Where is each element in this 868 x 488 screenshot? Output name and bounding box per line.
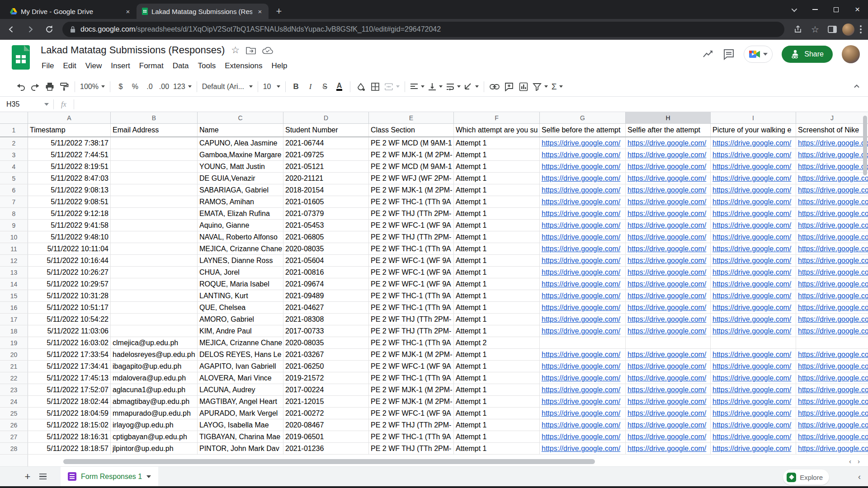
- cell-H13[interactable]: https://drive.google.com/: [626, 267, 711, 278]
- cell-D11[interactable]: 2020-08035: [283, 243, 369, 254]
- drive-link[interactable]: https://drive.google.com/: [712, 151, 791, 159]
- cell-C8[interactable]: EMATA, Elizah Rufina: [198, 208, 283, 219]
- insert-link-icon[interactable]: [487, 80, 502, 94]
- cell-I24[interactable]: https://drive.google.com/: [711, 396, 796, 407]
- cell-G10[interactable]: https://drive.google.com/: [540, 231, 626, 243]
- drive-link[interactable]: https://drive.google.com/: [712, 139, 791, 147]
- cell-E2[interactable]: PE 2 WF MCD (M 9AM-1: [369, 137, 454, 149]
- cell-C15[interactable]: LANTING, Kurt: [198, 290, 283, 301]
- cell-J6[interactable]: https://drive.google.com/: [796, 184, 868, 196]
- browser-tab-my-drive[interactable]: My Drive - Google Drive ×: [5, 4, 137, 19]
- url-bar[interactable]: docs.google.com/spreadsheets/d/1XqOipV2S…: [62, 22, 784, 37]
- cell-C14[interactable]: ROQUE, Maria Isabel: [198, 278, 283, 290]
- cell-F28[interactable]: Attempt 1: [454, 443, 540, 454]
- header-cell-D1[interactable]: Student Number: [283, 124, 369, 136]
- drive-link[interactable]: https://drive.google.com/: [798, 327, 868, 335]
- cell-A6[interactable]: 5/11/2022 9:08:13: [28, 184, 111, 196]
- cell-I26[interactable]: https://drive.google.com/: [711, 419, 796, 431]
- cell-J15[interactable]: https://drive.google.com/: [796, 290, 868, 301]
- drive-link[interactable]: https://drive.google.com/: [627, 174, 706, 183]
- drive-link[interactable]: https://drive.google.com/: [712, 433, 791, 441]
- cell-H4[interactable]: https://drive.google.com/: [626, 161, 711, 172]
- drive-link[interactable]: https://drive.google.com/: [798, 433, 868, 441]
- zoom-select[interactable]: 100%: [78, 80, 107, 94]
- cell-D20[interactable]: 2021-03267: [283, 349, 369, 360]
- drive-link[interactable]: https://drive.google.com/: [627, 327, 706, 335]
- cell-B9[interactable]: [111, 220, 198, 231]
- cell-E23[interactable]: PE 2 WF MJK-1 (M 2PM-: [369, 384, 454, 395]
- cell-H22[interactable]: https://drive.google.com/: [626, 372, 711, 384]
- cell-E6[interactable]: PE 2 WF MJK-1 (M 2PM-: [369, 184, 454, 196]
- undo-icon[interactable]: [14, 80, 28, 94]
- cell-B4[interactable]: [111, 161, 198, 172]
- cell-G12[interactable]: https://drive.google.com/: [540, 255, 626, 266]
- drive-link[interactable]: https://drive.google.com/: [542, 315, 620, 324]
- drive-link[interactable]: https://drive.google.com/: [798, 139, 868, 147]
- cell-F25[interactable]: Attempt 1: [454, 408, 540, 419]
- column-header-C[interactable]: C: [198, 112, 283, 123]
- cell-I21[interactable]: https://drive.google.com/: [711, 361, 796, 372]
- cell-A27[interactable]: 5/11/2022 18:16:31: [28, 431, 111, 442]
- row-header-26[interactable]: 26: [0, 419, 28, 431]
- share-button[interactable]: Share: [782, 46, 833, 63]
- column-header-F[interactable]: F: [454, 112, 540, 123]
- all-sheets-icon[interactable]: [35, 469, 51, 484]
- cell-C2[interactable]: CAPUNO, Alea Jasmine: [198, 137, 283, 149]
- drive-link[interactable]: https://drive.google.com/: [627, 233, 706, 241]
- cell-D8[interactable]: 2021-07379: [283, 208, 369, 219]
- drive-link[interactable]: https://drive.google.com/: [798, 151, 868, 159]
- cell-G24[interactable]: https://drive.google.com/: [540, 396, 626, 407]
- scroll-left-icon[interactable]: ‹: [849, 457, 851, 465]
- drive-link[interactable]: https://drive.google.com/: [627, 139, 706, 147]
- row-header-27[interactable]: 27: [0, 431, 28, 442]
- cell-F27[interactable]: Attempt 1: [454, 431, 540, 442]
- cell-C25[interactable]: APURADO, Mark Vergel: [198, 408, 283, 419]
- cell-B17[interactable]: [111, 314, 198, 325]
- cell-D4[interactable]: 2021-05121: [283, 161, 369, 172]
- drive-link[interactable]: https://drive.google.com/: [627, 315, 706, 324]
- cell-C28[interactable]: PINTOR, John Mark Dav: [198, 443, 283, 454]
- cell-D2[interactable]: 2021-06744: [283, 137, 369, 149]
- redo-icon[interactable]: [28, 80, 42, 94]
- cell-J16[interactable]: https://drive.google.com/: [796, 302, 868, 313]
- cell-F4[interactable]: Attempt 1: [454, 161, 540, 172]
- drive-link[interactable]: https://drive.google.com/: [798, 280, 868, 288]
- drive-link[interactable]: https://drive.google.com/: [798, 198, 868, 206]
- cell-A13[interactable]: 5/11/2022 10:26:27: [28, 267, 111, 278]
- drive-link[interactable]: https://drive.google.com/: [627, 421, 706, 429]
- column-header-E[interactable]: E: [369, 112, 454, 123]
- cell-C5[interactable]: DE GUIA,Venazir: [198, 173, 283, 184]
- cell-I6[interactable]: https://drive.google.com/: [711, 184, 796, 196]
- drive-link[interactable]: https://drive.google.com/: [712, 257, 791, 265]
- drive-link[interactable]: https://drive.google.com/: [542, 163, 620, 171]
- cloud-saved-icon[interactable]: [262, 47, 273, 54]
- drive-link[interactable]: https://drive.google.com/: [712, 398, 791, 406]
- move-folder-icon[interactable]: [246, 46, 256, 54]
- cell-A5[interactable]: 5/11/2022 8:47:03: [28, 173, 111, 184]
- cell-B5[interactable]: [111, 173, 198, 184]
- italic-button[interactable]: I: [303, 80, 318, 94]
- drive-link[interactable]: https://drive.google.com/: [542, 386, 620, 394]
- drive-link[interactable]: https://drive.google.com/: [627, 445, 706, 453]
- maximize-button[interactable]: [826, 0, 847, 19]
- drive-link[interactable]: https://drive.google.com/: [712, 245, 791, 253]
- cell-D16[interactable]: 2021-04627: [283, 302, 369, 313]
- drive-link[interactable]: https://drive.google.com/: [798, 292, 868, 300]
- cell-E11[interactable]: PE 2 WF THC-1 (TTh 9A: [369, 243, 454, 254]
- menu-tools[interactable]: Tools: [193, 60, 221, 72]
- row-header-15[interactable]: 15: [0, 290, 28, 301]
- cell-A17[interactable]: 5/11/2022 10:54:22: [28, 314, 111, 325]
- cell-G8[interactable]: https://drive.google.com/: [540, 208, 626, 219]
- cell-I4[interactable]: https://drive.google.com/: [711, 161, 796, 172]
- cell-I7[interactable]: https://drive.google.com/: [711, 196, 796, 207]
- drive-link[interactable]: https://drive.google.com/: [798, 421, 868, 429]
- cell-D21[interactable]: 2021-06250: [283, 361, 369, 372]
- cell-G2[interactable]: https://drive.google.com/: [540, 137, 626, 149]
- cell-A16[interactable]: 5/11/2022 10:51:17: [28, 302, 111, 313]
- drive-link[interactable]: https://drive.google.com/: [712, 374, 791, 382]
- drive-link[interactable]: https://drive.google.com/: [542, 280, 620, 288]
- new-tab-button[interactable]: +: [272, 5, 286, 18]
- drive-link[interactable]: https://drive.google.com/: [712, 221, 791, 230]
- cell-G3[interactable]: https://drive.google.com/: [540, 149, 626, 160]
- cell-G7[interactable]: https://drive.google.com/: [540, 196, 626, 207]
